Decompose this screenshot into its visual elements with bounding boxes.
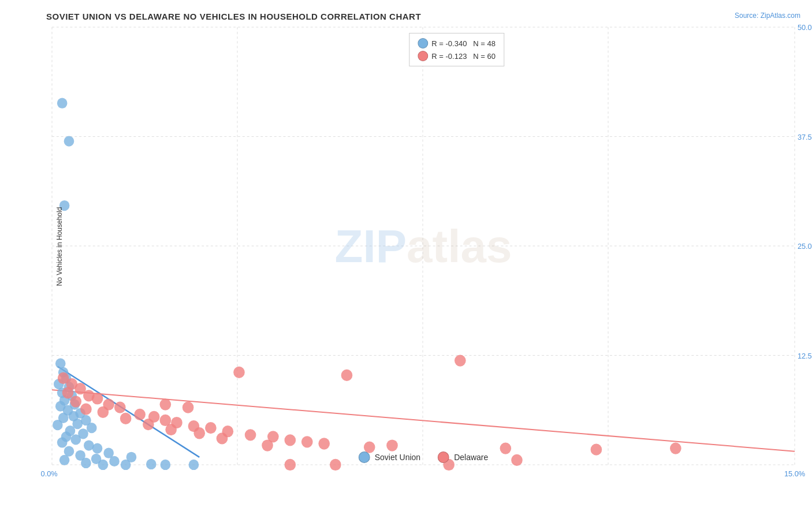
- svg-point-51: [59, 455, 70, 465]
- svg-point-55: [161, 460, 171, 470]
- svg-point-53: [81, 458, 91, 468]
- legend-text-2: R = -0.123 N = 60: [431, 52, 496, 61]
- svg-point-43: [57, 437, 68, 447]
- svg-point-67: [92, 393, 103, 404]
- svg-point-88: [301, 436, 313, 447]
- svg-point-54: [146, 459, 157, 469]
- chart-container: SOVIET UNION VS DELAWARE NO VEHICLES IN …: [0, 0, 812, 515]
- chart-svg: 50.0% 37.5% 25.0% 12.5% 0.0% 15.0%: [52, 27, 795, 466]
- svg-point-94: [591, 443, 602, 455]
- svg-point-89: [318, 438, 330, 449]
- svg-point-38: [87, 423, 97, 433]
- chart-title: SOVIET UNION VS DELAWARE NO VEHICLES IN …: [12, 12, 800, 21]
- svg-point-78: [143, 419, 154, 430]
- legend-text-1: R = -0.340 N = 48: [431, 39, 496, 48]
- svg-point-80: [205, 422, 217, 434]
- svg-point-19: [64, 136, 75, 146]
- svg-point-57: [98, 460, 109, 470]
- legend-swatch-1: [418, 38, 428, 48]
- svg-point-75: [120, 413, 132, 424]
- svg-point-58: [189, 460, 199, 470]
- bottom-legend: Soviet Union Delaware: [359, 451, 489, 463]
- svg-point-86: [217, 432, 228, 444]
- y-axis-label: No Vehicles in Household: [55, 207, 64, 286]
- svg-text:37.5%: 37.5%: [798, 132, 812, 141]
- bottom-legend-delaware-label: Delaware: [454, 453, 488, 462]
- svg-text:50.0%: 50.0%: [798, 23, 812, 32]
- svg-point-45: [92, 443, 103, 453]
- svg-point-65: [62, 387, 74, 398]
- svg-point-70: [114, 402, 126, 413]
- legend-box: R = -0.340 N = 48 R = -0.123 N = 60: [409, 33, 504, 66]
- svg-text:15.0%: 15.0%: [784, 469, 806, 478]
- legend-swatch-2: [418, 51, 428, 61]
- chart-area: No Vehicles in Household ZIPatlas R = -0…: [52, 27, 795, 466]
- svg-point-37: [53, 420, 63, 430]
- legend-row-1: R = -0.340 N = 48: [418, 38, 496, 48]
- svg-point-52: [109, 456, 120, 467]
- svg-point-90: [262, 439, 273, 451]
- svg-point-101: [182, 402, 194, 413]
- svg-point-99: [511, 454, 523, 466]
- source-label: Source: ZipAtlas.com: [735, 12, 800, 20]
- svg-point-83: [193, 427, 205, 439]
- svg-point-100: [160, 398, 172, 410]
- svg-text:0.0%: 0.0%: [41, 469, 58, 478]
- bottom-swatch-delaware: [438, 451, 449, 463]
- svg-point-42: [70, 434, 81, 445]
- svg-point-95: [670, 442, 681, 454]
- svg-point-93: [500, 442, 512, 454]
- legend-row-2: R = -0.123 N = 60: [418, 51, 496, 61]
- bottom-legend-soviet: Soviet Union: [359, 451, 420, 463]
- svg-point-59: [233, 367, 245, 378]
- bottom-legend-delaware: Delaware: [438, 451, 488, 463]
- svg-point-96: [284, 459, 296, 471]
- svg-point-81: [165, 424, 177, 435]
- svg-point-60: [341, 370, 353, 381]
- svg-text:12.5%: 12.5%: [798, 351, 812, 360]
- bottom-legend-soviet-label: Soviet Union: [375, 453, 420, 462]
- svg-point-71: [80, 404, 92, 415]
- svg-point-72: [98, 406, 109, 418]
- svg-point-92: [386, 439, 398, 451]
- svg-text:25.0%: 25.0%: [798, 242, 812, 251]
- svg-point-87: [284, 434, 296, 446]
- svg-point-84: [245, 429, 256, 441]
- svg-point-97: [330, 459, 341, 471]
- svg-point-61: [455, 354, 466, 366]
- bottom-swatch-soviet: [359, 451, 370, 463]
- svg-point-73: [134, 409, 146, 420]
- svg-point-18: [57, 98, 68, 109]
- svg-point-68: [70, 395, 81, 407]
- svg-point-56: [121, 460, 131, 470]
